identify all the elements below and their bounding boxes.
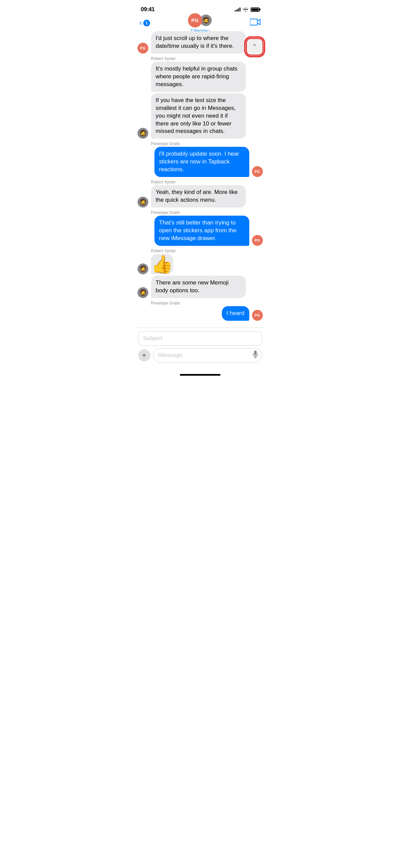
message-row: 🧔 If you have the text size the smallest…	[138, 93, 263, 139]
sender-name-label: Penelope Gratis	[151, 210, 263, 215]
message-row: I heard PG	[138, 306, 263, 321]
signal-icon	[235, 7, 240, 12]
unread-badge: 1	[143, 20, 150, 26]
message-bubble: Yeah, they kind of are. More like the qu…	[151, 185, 246, 208]
avatar-robert-small: 🧔	[138, 197, 148, 208]
subject-field[interactable]: Subject	[138, 331, 262, 346]
message-input-wrapper: iMessage	[153, 348, 262, 362]
message-bubble-emoji: 👍	[151, 254, 173, 274]
sender-name-label: Penelope Gratis	[151, 301, 263, 305]
message-row: That's still better than trying to open …	[138, 216, 263, 246]
message-row: 🧔 There are some new Memoji body options…	[138, 276, 263, 298]
input-area: Subject + iMessage	[134, 328, 266, 369]
sender-name-label: Robert Xyster	[151, 180, 263, 184]
messages-area: ⌃ PG I'd just scroll up to where the dat…	[134, 31, 266, 328]
back-button[interactable]: ‹ 1	[140, 19, 150, 27]
subject-placeholder: Subject	[143, 335, 163, 341]
back-chevron-icon: ‹	[140, 19, 142, 27]
svg-rect-0	[254, 351, 257, 355]
message-placeholder: iMessage	[158, 352, 183, 359]
home-indicator	[134, 369, 266, 381]
status-icons	[235, 7, 259, 13]
sender-name-label: Robert Xyster	[151, 56, 263, 61]
avatar-pg-small: PG	[138, 43, 148, 54]
sender-name-label: Robert Xyster	[151, 249, 263, 253]
sender-name-label: Penelope Gratis	[151, 141, 263, 146]
message-row: 🧔 👍	[138, 254, 263, 274]
message-input-box[interactable]: iMessage	[153, 348, 262, 362]
plus-button[interactable]: +	[138, 349, 150, 361]
message-bubble: There are some new Memoji body options t…	[151, 276, 246, 298]
avatar-robert-small: 🧔	[138, 128, 148, 139]
avatar-robert-small: 🧔	[138, 263, 148, 274]
message-row: It's mostly helpful in group chats where…	[138, 62, 263, 92]
chat-header: ‹ 1 PG 🧔 2 People ›	[134, 17, 266, 31]
battery-icon	[251, 7, 259, 12]
status-time: 09:41	[141, 6, 155, 13]
video-call-button[interactable]	[250, 18, 261, 28]
message-input-row: + iMessage	[138, 348, 262, 362]
avatars-group: PG 🧔	[188, 13, 212, 27]
message-bubble: If you have the text size the smallest i…	[151, 93, 246, 139]
avatar-robert-small: 🧔	[138, 287, 148, 298]
wifi-icon	[243, 7, 249, 13]
message-bubble: I'd just scroll up to where the date/tim…	[151, 31, 246, 54]
plus-icon: +	[142, 351, 146, 360]
message-bubble-heard: I heard	[222, 306, 249, 321]
scroll-to-top-button[interactable]: ⌃	[246, 38, 264, 56]
chevron-up-icon: ⌃	[252, 43, 257, 51]
message-bubble: It's mostly helpful in group chats where…	[151, 62, 246, 92]
message-row: I'll probably update soon. I hear sticke…	[138, 147, 263, 177]
avatar-pg: PG	[188, 13, 202, 27]
message-bubble: I'll probably update soon. I hear sticke…	[154, 147, 249, 177]
avatar-pg-small-outgoing: PG	[252, 310, 263, 321]
message-row: 🧔 Yeah, they kind of are. More like the …	[138, 185, 263, 208]
header-center[interactable]: PG 🧔 2 People ›	[188, 13, 212, 33]
avatar-pg-small-outgoing: PG	[252, 235, 263, 246]
messages-container: ⌃ PG I'd just scroll up to where the dat…	[134, 31, 266, 328]
message-bubble: That's still better than trying to open …	[154, 216, 249, 246]
home-bar	[180, 374, 220, 376]
avatar-pg-small-outgoing: PG	[252, 166, 263, 177]
microphone-icon[interactable]	[253, 351, 258, 360]
